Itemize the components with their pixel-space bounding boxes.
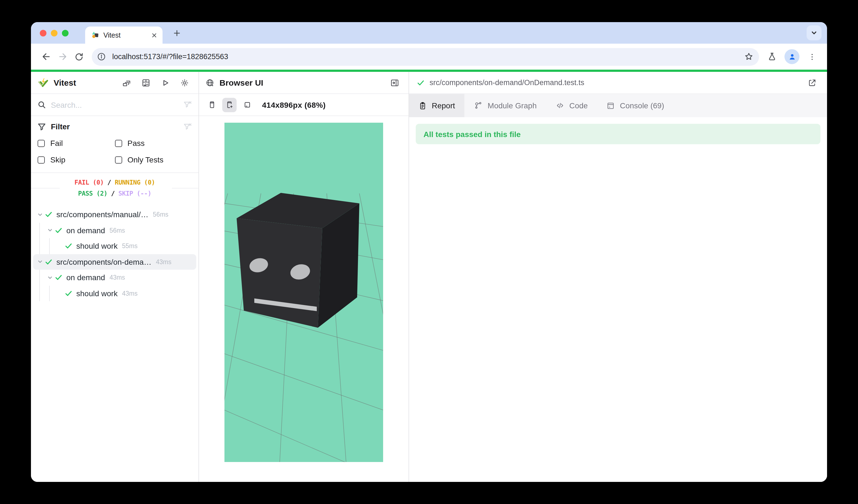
pass-check-icon bbox=[54, 227, 63, 234]
device-tablet-button[interactable] bbox=[240, 98, 254, 112]
test-duration: 56ms bbox=[109, 227, 125, 234]
checkbox[interactable] bbox=[37, 140, 45, 147]
device-phone-button[interactable] bbox=[205, 98, 219, 112]
report-header: src/components/on-demand/OnDemand.test.t… bbox=[409, 72, 827, 94]
info-icon bbox=[96, 52, 106, 61]
browser-menu-button[interactable] bbox=[804, 48, 821, 65]
viewport-size-label: 414x896px (68%) bbox=[262, 100, 325, 109]
chevron-down-icon[interactable] bbox=[35, 259, 44, 265]
maximize-window-button[interactable] bbox=[62, 30, 68, 36]
favicon-icon bbox=[91, 31, 99, 39]
pass-check-icon bbox=[64, 242, 73, 250]
tab-search-button[interactable] bbox=[807, 26, 822, 40]
address-toolbar: localhost:5173/#/?file=1828625563 bbox=[31, 44, 827, 70]
tab-report[interactable]: Report bbox=[409, 94, 464, 117]
sidebar-header: Vitest bbox=[31, 72, 198, 94]
tester-viewport[interactable] bbox=[224, 123, 383, 462]
bookmark-star-icon[interactable] bbox=[744, 52, 753, 61]
report-icon bbox=[418, 101, 427, 110]
test-tree-row[interactable]: src/components/manual/… 56ms bbox=[33, 207, 196, 223]
test-tree-row[interactable]: should work 55ms bbox=[33, 238, 196, 254]
filter-options: Fail Pass Skip Only Tests bbox=[37, 139, 192, 164]
chevron-down-icon[interactable] bbox=[45, 275, 54, 281]
all-tests-passed-banner: All tests passed in this file bbox=[416, 124, 821, 144]
tab-title: Vitest bbox=[104, 31, 147, 39]
window-controls bbox=[40, 30, 68, 36]
url-text[interactable]: localhost:5173/#/?file=1828625563 bbox=[112, 52, 228, 61]
filter-checkbox-fail[interactable]: Fail bbox=[37, 139, 115, 148]
flask-icon bbox=[767, 52, 777, 61]
collapse-panels-button[interactable] bbox=[120, 76, 134, 90]
filter-checkbox-only-tests[interactable]: Only Tests bbox=[115, 155, 192, 164]
dashboard-button[interactable] bbox=[139, 76, 153, 90]
test-tree-row[interactable]: on demand 43ms bbox=[33, 270, 196, 286]
vitest-ui: Vitest bbox=[31, 72, 827, 482]
experiments-button[interactable] bbox=[763, 48, 780, 65]
chevron-down-icon[interactable] bbox=[35, 212, 44, 218]
test-tree-row[interactable]: on demand 56ms bbox=[33, 223, 196, 238]
skip-count: SKIP (--) bbox=[118, 190, 151, 197]
filter-funnel-icon bbox=[37, 123, 46, 131]
pass-count: PASS (2) bbox=[78, 190, 108, 197]
filter-block: Filter Fail Pass Skip Only Tests bbox=[31, 116, 198, 173]
sun-icon bbox=[180, 78, 189, 87]
test-tree-row[interactable]: should work 43ms bbox=[33, 286, 196, 301]
tab-console[interactable]: Console (69) bbox=[597, 94, 673, 117]
close-window-button[interactable] bbox=[40, 30, 46, 36]
filter-checkbox-pass[interactable]: Pass bbox=[115, 139, 192, 148]
filter-checkbox-skip[interactable]: Skip bbox=[37, 155, 115, 164]
tab-close-icon[interactable] bbox=[151, 32, 158, 38]
site-info-button[interactable] bbox=[94, 49, 108, 64]
chevron-down-icon[interactable] bbox=[45, 227, 54, 233]
app-title: Vitest bbox=[54, 78, 76, 87]
dashboard-icon bbox=[142, 78, 150, 87]
report-tabs: Report Module Graph Code Console (69) bbox=[409, 94, 827, 117]
forward-button[interactable] bbox=[54, 48, 71, 65]
address-bar[interactable]: localhost:5173/#/?file=1828625563 bbox=[92, 48, 759, 65]
pass-check-icon bbox=[44, 258, 53, 266]
search-row bbox=[31, 94, 198, 116]
theme-toggle-button[interactable] bbox=[177, 76, 192, 90]
minimize-window-button[interactable] bbox=[51, 30, 58, 36]
pass-check-icon bbox=[64, 290, 73, 297]
person-icon bbox=[788, 52, 796, 61]
panel-right-icon bbox=[390, 78, 399, 87]
checkbox[interactable] bbox=[115, 140, 122, 147]
open-in-editor-button[interactable] bbox=[805, 76, 819, 90]
dock-panel-button[interactable] bbox=[387, 76, 402, 90]
clear-search-filter-icon[interactable] bbox=[184, 101, 192, 109]
search-icon bbox=[37, 101, 46, 109]
test-duration: 56ms bbox=[153, 211, 168, 218]
test-tree-row[interactable]: src/components/on-dema… 43ms bbox=[33, 254, 196, 270]
back-button[interactable] bbox=[37, 48, 54, 65]
test-duration: 55ms bbox=[122, 243, 137, 249]
tab-strip: Vitest bbox=[31, 22, 827, 44]
test-tree: src/components/manual/… 56ms on demand 5… bbox=[31, 204, 198, 482]
globe-icon bbox=[206, 78, 214, 87]
sidebar: Vitest bbox=[31, 72, 199, 482]
checkbox[interactable] bbox=[115, 156, 122, 163]
reload-button[interactable] bbox=[71, 48, 88, 65]
tab-code[interactable]: Code bbox=[546, 94, 597, 117]
vitest-logo-icon bbox=[37, 77, 49, 88]
profile-avatar[interactable] bbox=[784, 49, 799, 64]
browser-window: Vitest bbox=[31, 22, 827, 482]
browser-ui-title: Browser UI bbox=[220, 78, 263, 87]
test-duration: 43ms bbox=[156, 259, 171, 265]
screen: Vitest bbox=[0, 0, 858, 504]
browser-ui-panel: Browser UI 414x896px bbox=[199, 72, 409, 482]
tab-module-graph[interactable]: Module Graph bbox=[464, 94, 546, 117]
run-all-button[interactable] bbox=[158, 76, 173, 90]
browser-ui-body bbox=[199, 116, 409, 482]
phone-icon bbox=[208, 101, 216, 109]
report-panel: src/components/on-demand/OnDemand.test.t… bbox=[409, 72, 827, 482]
clear-filter-icon[interactable] bbox=[184, 123, 192, 131]
play-icon bbox=[161, 78, 170, 87]
new-tab-button[interactable] bbox=[170, 26, 184, 39]
search-input[interactable] bbox=[51, 100, 178, 109]
forward-arrow-icon bbox=[57, 51, 68, 62]
checkbox[interactable] bbox=[37, 156, 45, 163]
browser-tab[interactable]: Vitest bbox=[85, 27, 162, 44]
device-phone-touch-button[interactable] bbox=[222, 98, 237, 112]
running-count: RUNNING (0) bbox=[115, 179, 155, 186]
